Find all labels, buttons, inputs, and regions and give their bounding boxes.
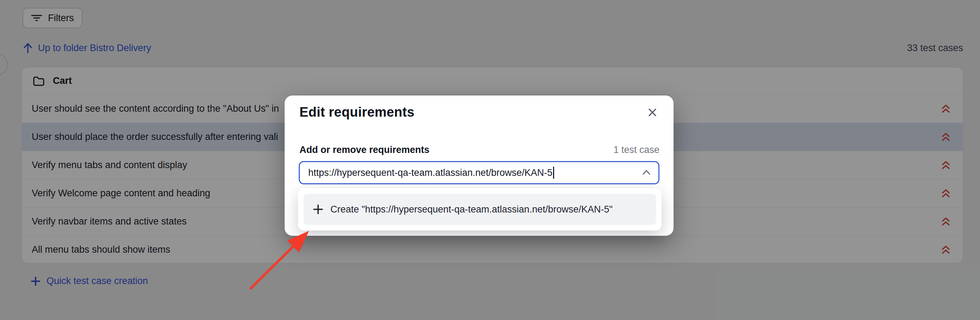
dialog-title: Edit requirements (299, 105, 414, 120)
app-screen: Filters Up to folder Bistro Delivery 33 … (0, 0, 980, 320)
requirement-input-wrap: https://hypersequent-qa-team.atlassian.n… (299, 161, 659, 184)
chevron-up-icon[interactable] (641, 167, 652, 178)
requirements-label-row: Add or remove requirements 1 test case (299, 143, 659, 156)
close-button[interactable] (646, 106, 659, 119)
text-caret (553, 167, 554, 179)
section-label: Add or remove requirements (299, 145, 430, 155)
create-requirement-label: Create "https://hypersequent-qa-team.atl… (331, 204, 612, 215)
selected-case-count: 1 test case (613, 145, 659, 155)
requirement-dropdown: Create "https://hypersequent-qa-team.atl… (298, 188, 662, 231)
create-requirement-option[interactable]: Create "https://hypersequent-qa-team.atl… (304, 194, 656, 225)
requirement-url-input[interactable]: https://hypersequent-qa-team.atlassian.n… (299, 161, 659, 184)
plus-icon (313, 204, 323, 215)
close-icon (647, 107, 658, 118)
requirement-url-value: https://hypersequent-qa-team.atlassian.n… (308, 167, 552, 178)
